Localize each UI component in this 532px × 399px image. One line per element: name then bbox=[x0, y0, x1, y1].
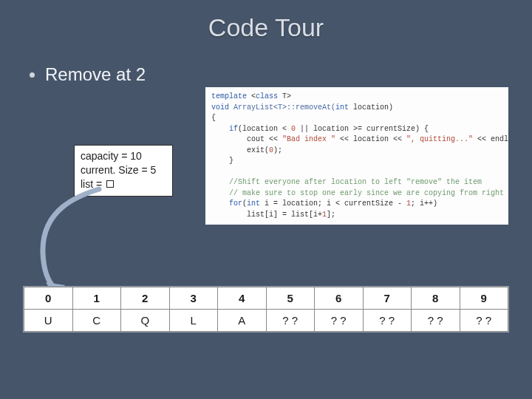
state-currentsize: current. Size = 5 bbox=[81, 163, 166, 177]
array-index-row: 0 1 2 3 4 5 6 7 8 9 bbox=[24, 287, 508, 310]
array-value-cell: L bbox=[169, 310, 218, 332]
array-index-cell: 6 bbox=[315, 287, 364, 310]
state-list-label: list = bbox=[81, 177, 102, 191]
array-index-cell: 2 bbox=[121, 287, 170, 310]
array-index-cell: 1 bbox=[72, 287, 121, 310]
array-value-cell: U bbox=[24, 310, 73, 332]
array-index-cell: 8 bbox=[412, 287, 460, 310]
bullet-item: Remove at 2 bbox=[30, 64, 532, 85]
array-value-cell: ? ? bbox=[315, 310, 364, 332]
array-value-cell: ? ? bbox=[363, 310, 412, 332]
array-value-cell: Q bbox=[121, 310, 170, 332]
array-value-cell: ? ? bbox=[412, 310, 460, 332]
array-table: 0 1 2 3 4 5 6 7 8 9 U C Q L A ? ? ? ? ? … bbox=[24, 287, 508, 332]
array-index-cell: 0 bbox=[24, 287, 73, 310]
array-index-cell: 9 bbox=[460, 287, 508, 310]
slide-title: Code Tour bbox=[0, 0, 532, 42]
array-value-cell: C bbox=[72, 310, 121, 332]
array-value-cell: ? ? bbox=[266, 310, 315, 332]
pointer-box-icon bbox=[106, 180, 114, 188]
state-box: capacity = 10 current. Size = 5 list = bbox=[74, 145, 173, 197]
code-snippet: template <class T> void ArrayList<T>::re… bbox=[205, 87, 508, 225]
bullet-dot-icon bbox=[30, 72, 35, 78]
array-value-cell: A bbox=[218, 310, 267, 332]
array-value-row: U C Q L A ? ? ? ? ? ? ? ? ? ? bbox=[24, 310, 508, 332]
array-index-cell: 7 bbox=[363, 287, 412, 310]
array-index-cell: 4 bbox=[218, 287, 267, 310]
bullet-text: Remove at 2 bbox=[45, 64, 146, 85]
array-index-cell: 3 bbox=[169, 287, 218, 310]
array-index-cell: 5 bbox=[266, 287, 315, 310]
array-value-cell: ? ? bbox=[460, 310, 508, 332]
state-capacity: capacity = 10 bbox=[81, 149, 166, 163]
pointer-arrow-icon bbox=[35, 186, 154, 297]
